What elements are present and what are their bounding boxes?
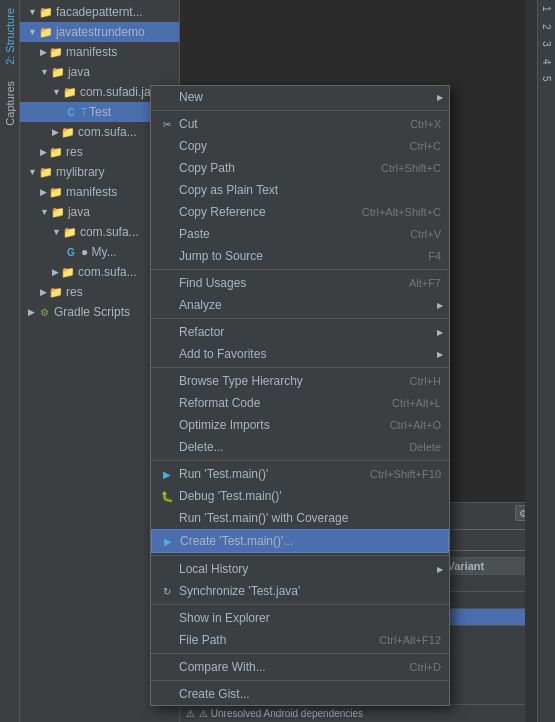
left-side-tabs: 2: Structure Captures [0, 0, 20, 722]
unresolved-warning: ⚠ [186, 708, 195, 719]
menu-item-run[interactable]: ▶ Run 'Test.main()' Ctrl+Shift+F10 [151, 463, 449, 485]
java-file-icon: C [64, 105, 78, 119]
arrow-icon: ▼ [52, 87, 61, 97]
tree-label: res [66, 285, 83, 299]
menu-label-coverage: Run 'Test.main()' with Coverage [179, 511, 441, 525]
browse-icon [159, 373, 175, 389]
menu-item-browse-type[interactable]: Browse Type Hierarchy Ctrl+H [151, 370, 449, 392]
menu-label-compare: Compare With... [179, 660, 390, 674]
tree-item-facadepatternmode[interactable]: ▼ 📁 facadepatternt... [20, 2, 179, 22]
structure-tab[interactable]: 2: Structure [2, 0, 18, 73]
arrow-icon: ▼ [28, 27, 37, 37]
right-tab-5[interactable]: 5 [539, 70, 554, 88]
shortcut-delete: Delete [409, 441, 441, 453]
tree-label: com.sufa... [80, 225, 139, 239]
menu-item-show-explorer[interactable]: Show in Explorer [151, 607, 449, 629]
folder-icon: 📁 [63, 85, 77, 99]
create-run-icon: ▶ [160, 533, 176, 549]
menu-label-local-history: Local History [179, 562, 441, 576]
menu-item-cut[interactable]: ✂ Cut Ctrl+X [151, 113, 449, 135]
tree-item-java[interactable]: ▼ 📁 java [20, 62, 179, 82]
right-tab-2[interactable]: 2 [539, 18, 554, 36]
menu-item-refactor[interactable]: Refactor [151, 321, 449, 343]
menu-item-gist[interactable]: Create Gist... [151, 683, 449, 705]
copy-icon [159, 138, 175, 154]
shortcut-run: Ctrl+Shift+F10 [370, 468, 441, 480]
arrow-icon: ▶ [28, 307, 35, 317]
menu-item-copy-plain[interactable]: Copy as Plain Text [151, 179, 449, 201]
menu-item-file-path[interactable]: File Path Ctrl+Alt+F12 [151, 629, 449, 651]
history-icon [159, 561, 175, 577]
ide-container: 2: Structure Captures ▼ 📁 facadepatternt… [0, 0, 555, 722]
folder-icon: 📁 [39, 25, 53, 39]
menu-item-copy[interactable]: Copy Ctrl+C [151, 135, 449, 157]
right-tab-3[interactable]: 3 [539, 35, 554, 53]
menu-item-sync[interactable]: ↻ Synchronize 'Test.java' [151, 580, 449, 602]
menu-label-run: Run 'Test.main()' [179, 467, 350, 481]
menu-item-optimize[interactable]: Optimize Imports Ctrl+Alt+O [151, 414, 449, 436]
menu-item-paste[interactable]: Paste Ctrl+V [151, 223, 449, 245]
menu-item-create[interactable]: ▶ Create 'Test.main()'... [151, 529, 449, 553]
arrow-icon: ▶ [52, 127, 59, 137]
favorites-icon [159, 346, 175, 362]
menu-item-copy-path[interactable]: Copy Path Ctrl+Shift+C [151, 157, 449, 179]
menu-item-compare[interactable]: Compare With... Ctrl+D [151, 656, 449, 678]
menu-sep-2 [151, 318, 449, 319]
captures-tab[interactable]: Captures [2, 73, 18, 134]
shortcut-find: Alt+F7 [409, 277, 441, 289]
menu-item-jump[interactable]: Jump to Source F4 [151, 245, 449, 267]
folder-icon: 📁 [61, 125, 75, 139]
menu-label-favorites: Add to Favorites [179, 347, 441, 361]
menu-item-delete[interactable]: Delete... Delete [151, 436, 449, 458]
menu-item-reformat[interactable]: Reformat Code Ctrl+Alt+L [151, 392, 449, 414]
run-icon: ▶ [159, 466, 175, 482]
menu-label-jump: Jump to Source [179, 249, 408, 263]
right-tab-4[interactable]: 4 [539, 53, 554, 71]
menu-item-find[interactable]: Find Usages Alt+F7 [151, 272, 449, 294]
tree-label: mylibrary [56, 165, 105, 179]
copy-ref-icon [159, 204, 175, 220]
arrow-icon: ▶ [40, 147, 47, 157]
analyze-icon [159, 297, 175, 313]
folder-icon: 📁 [63, 225, 77, 239]
folder-icon: 📁 [49, 45, 63, 59]
menu-label-copy-plain: Copy as Plain Text [179, 183, 441, 197]
tree-item-javatestrundemo[interactable]: ▼ 📁 javatestrundemo [20, 22, 179, 42]
menu-label-reformat: Reformat Code [179, 396, 372, 410]
menu-item-copy-ref[interactable]: Copy Reference Ctrl+Alt+Shift+C [151, 201, 449, 223]
menu-label-copy: Copy [179, 139, 390, 153]
tree-label: java [68, 65, 90, 79]
status-bar: ⚠ ⚠ Unresolved Android dependencies [180, 704, 555, 722]
menu-item-local-history[interactable]: Local History [151, 558, 449, 580]
arrow-icon: ▼ [40, 207, 49, 217]
menu-item-debug[interactable]: 🐛 Debug 'Test.main()' [151, 485, 449, 507]
tree-label: manifests [66, 185, 117, 199]
arrow-icon: ▶ [52, 267, 59, 277]
tree-label: com.sufa... [78, 125, 137, 139]
arrow-icon: ▶ [40, 47, 47, 57]
menu-label-delete: Delete... [179, 440, 389, 454]
menu-item-favorites[interactable]: Add to Favorites [151, 343, 449, 365]
menu-sep-7 [151, 653, 449, 654]
tree-label: com.sufa... [78, 265, 137, 279]
menu-label-debug: Debug 'Test.main()' [179, 489, 441, 503]
context-menu: New ✂ Cut Ctrl+X Copy Ctrl+C Copy Path C… [150, 85, 450, 706]
shortcut-compare: Ctrl+D [410, 661, 441, 673]
folder-icon: 📁 [49, 145, 63, 159]
tree-item-manifests[interactable]: ▶ 📁 manifests [20, 42, 179, 62]
gist-icon [159, 686, 175, 702]
menu-label-optimize: Optimize Imports [179, 418, 370, 432]
new-icon [159, 89, 175, 105]
menu-item-analyze[interactable]: Analyze [151, 294, 449, 316]
debug-icon: 🐛 [159, 488, 175, 504]
menu-label-copy-path: Copy Path [179, 161, 361, 175]
delete-icon [159, 439, 175, 455]
menu-label-analyze: Analyze [179, 298, 441, 312]
menu-item-new[interactable]: New [151, 86, 449, 108]
shortcut-reformat: Ctrl+Alt+L [392, 397, 441, 409]
right-tab-1[interactable]: 1 [539, 0, 554, 18]
shortcut-paste: Ctrl+V [410, 228, 441, 240]
menu-sep-3 [151, 367, 449, 368]
menu-item-coverage[interactable]: Run 'Test.main()' with Coverage [151, 507, 449, 529]
cut-icon: ✂ [159, 116, 175, 132]
